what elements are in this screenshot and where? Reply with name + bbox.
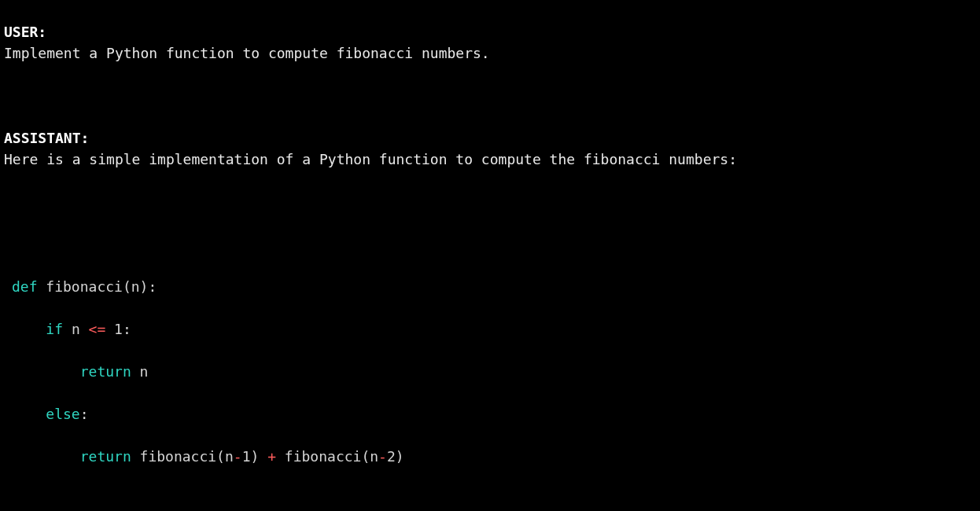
code-line-return-rec: return fibonacci(n-1) + fibonacci(n-2) — [4, 446, 976, 467]
speaker-label-assistant: ASSISTANT: — [4, 127, 976, 149]
blank-line — [4, 191, 976, 212]
user-message: Implement a Python function to compute f… — [4, 42, 976, 64]
blank-line — [4, 233, 976, 255]
speaker-label-user: USER: — [4, 21, 976, 42]
code-line-if: if n <= 1: — [4, 318, 976, 340]
code-line-def: def fibonacci(n): — [4, 276, 976, 297]
code-line-return-n: return n — [4, 361, 976, 382]
conversation-transcript: USER:Implement a Python function to comp… — [0, 0, 980, 511]
code-line-else: else: — [4, 403, 976, 425]
blank-line — [4, 85, 976, 106]
assistant-message-intro: Here is a simple implementation of a Pyt… — [4, 149, 976, 170]
blank-line — [4, 488, 976, 509]
